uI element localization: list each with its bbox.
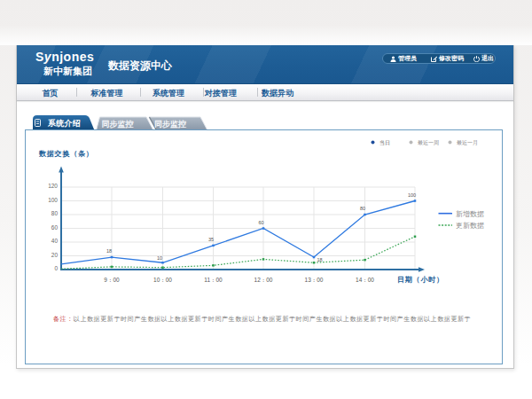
svg-text:数据交换（条）: 数据交换（条） [38,150,94,158]
svg-text:20: 20 [51,252,59,258]
svg-text:80: 80 [360,206,365,211]
svg-text:14：00: 14：00 [356,277,374,283]
svg-text:最近一周: 最近一周 [418,140,439,145]
svg-text:80: 80 [51,210,59,216]
svg-text:当日: 当日 [379,140,390,146]
svg-text:60: 60 [259,220,264,225]
svg-text:9：00: 9：00 [104,277,120,283]
svg-text:系统介绍: 系统介绍 [47,119,81,128]
svg-text:40: 40 [51,238,59,244]
svg-text:12：00: 12：00 [254,277,273,283]
svg-text:100: 100 [408,192,416,198]
svg-text:11：00: 11：00 [204,277,223,283]
svg-text:60: 60 [51,224,59,231]
svg-text:0: 0 [54,265,58,271]
svg-text:10：00: 10：00 [153,277,172,283]
svg-text:18: 18 [106,248,112,254]
svg-text:更新数据: 更新数据 [456,222,484,230]
svg-text:新增数据: 新增数据 [456,210,484,218]
svg-text:日期（小时）: 日期（小时） [397,276,444,284]
svg-text:同步监控: 同步监控 [154,120,186,129]
svg-text:100: 100 [48,197,58,203]
svg-text:13：00: 13：00 [305,277,324,283]
svg-text:备注：以上数据更新于时间产生数据以上数据更新于时间产生数据以: 备注：以上数据更新于时间产生数据以上数据更新于时间产生数据以上数据更新于时间产生… [53,315,471,323]
svg-text:同步监控: 同步监控 [102,120,134,129]
svg-text:35: 35 [208,237,214,242]
svg-text:120: 120 [48,183,58,189]
svg-text:10: 10 [157,255,162,261]
svg-text:最近一月: 最近一月 [457,140,478,146]
svg-text:18: 18 [317,257,323,262]
